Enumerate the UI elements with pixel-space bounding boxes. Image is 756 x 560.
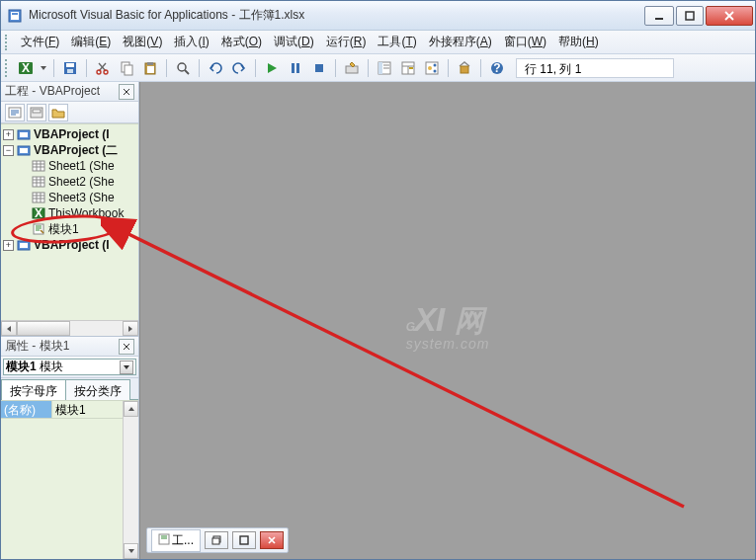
- dropdown-icon[interactable]: [120, 360, 133, 374]
- find-button[interactable]: [172, 57, 194, 79]
- paste-button[interactable]: [139, 57, 161, 79]
- svg-line-5: [725, 12, 733, 20]
- menu-tools[interactable]: 工具(T): [372, 32, 422, 52]
- svg-rect-59: [33, 177, 44, 187]
- toolbar-grip[interactable]: [5, 59, 11, 77]
- svg-line-22: [185, 70, 189, 74]
- svg-point-38: [434, 69, 437, 72]
- object-browser-button[interactable]: [421, 57, 443, 79]
- svg-line-79: [121, 230, 684, 507]
- menu-insert[interactable]: 插入(I): [168, 32, 214, 52]
- view-object-button[interactable]: [27, 104, 46, 121]
- properties-object-selector-row: 模块1 模块: [1, 357, 138, 378]
- property-row[interactable]: (名称) 模块1: [1, 401, 138, 419]
- tree-sheet3[interactable]: Sheet3 (She: [3, 190, 138, 205]
- insert-dropdown[interactable]: [39, 64, 48, 72]
- menu-run[interactable]: 运行(R): [320, 32, 373, 52]
- svg-rect-80: [159, 534, 169, 544]
- toolbox-button[interactable]: [454, 57, 475, 79]
- properties-vscroll[interactable]: [123, 401, 138, 559]
- svg-rect-25: [315, 64, 323, 72]
- tree-label: ThisWorkbook: [48, 205, 124, 221]
- tree-sheet1[interactable]: Sheet1 (She: [3, 158, 138, 174]
- collapse-icon[interactable]: −: [3, 145, 14, 156]
- tab-categorized[interactable]: 按分类序: [65, 379, 130, 400]
- properties-object-selector[interactable]: 模块1 模块: [3, 359, 136, 375]
- svg-rect-69: [33, 208, 44, 218]
- menu-help[interactable]: 帮助(H): [552, 32, 605, 52]
- svg-rect-44: [9, 108, 21, 118]
- tree-label: Sheet3 (She: [48, 190, 115, 205]
- svg-line-86: [269, 537, 275, 543]
- menu-file[interactable]: 文件(F): [15, 32, 65, 52]
- minimize-button[interactable]: [644, 6, 674, 26]
- reset-button[interactable]: [308, 57, 330, 79]
- break-button[interactable]: [285, 57, 306, 79]
- scroll-thumb[interactable]: [17, 321, 70, 336]
- window-buttons: [642, 6, 753, 26]
- scroll-track[interactable]: [124, 417, 138, 543]
- mdi-restore-button[interactable]: [205, 531, 228, 549]
- scroll-track[interactable]: [17, 321, 123, 336]
- svg-text:X: X: [35, 207, 42, 219]
- property-name: (名称): [1, 401, 52, 418]
- tree-project-1[interactable]: + VBAProject (I: [3, 126, 138, 142]
- svg-rect-9: [64, 62, 76, 74]
- svg-rect-24: [296, 63, 299, 73]
- properties-tabs: 按字母序 按分类序: [1, 378, 138, 400]
- svg-line-13: [99, 63, 106, 71]
- left-pane: 工程 - VBAProject + VBAProject (I −: [1, 82, 139, 559]
- menubar-grip[interactable]: [5, 35, 11, 50]
- tree-sheet2[interactable]: Sheet2 (She: [3, 174, 138, 190]
- run-button[interactable]: [261, 57, 283, 79]
- mdi-taskbar-item[interactable]: 工...: [151, 529, 201, 552]
- undo-button[interactable]: [205, 57, 226, 79]
- properties-grid: (名称) 模块1: [1, 400, 138, 559]
- expand-icon[interactable]: +: [3, 129, 14, 140]
- mdi-maximize-button[interactable]: [232, 531, 256, 549]
- menu-addins[interactable]: 外接程序(A): [423, 32, 498, 52]
- menu-view[interactable]: 视图(V): [117, 32, 168, 52]
- project-icon: [16, 127, 32, 141]
- maximize-button[interactable]: [676, 6, 704, 26]
- module-icon: [31, 222, 46, 236]
- properties-pane-close-button[interactable]: [119, 339, 134, 355]
- close-button[interactable]: [706, 6, 753, 26]
- save-button[interactable]: [59, 57, 81, 79]
- cursor-position-field: 行 11, 列 1: [516, 58, 674, 78]
- tree-module1[interactable]: 模块1: [3, 221, 138, 237]
- mdi-taskbar: 工...: [146, 527, 289, 553]
- svg-point-37: [434, 63, 437, 66]
- menu-window[interactable]: 窗口(W): [498, 32, 552, 52]
- mdi-close-button[interactable]: [260, 531, 284, 549]
- design-mode-button[interactable]: [341, 57, 363, 79]
- project-pane-label: 工程 - VBAProject: [5, 83, 119, 100]
- tab-alphabetic[interactable]: 按字母序: [1, 379, 66, 400]
- scroll-left-button[interactable]: [1, 321, 17, 336]
- redo-button[interactable]: [228, 57, 250, 79]
- svg-rect-27: [378, 62, 390, 74]
- project-explorer-button[interactable]: [374, 57, 395, 79]
- svg-line-42: [124, 89, 129, 95]
- help-button[interactable]: ?: [486, 57, 508, 79]
- properties-window-button[interactable]: [397, 57, 419, 79]
- cut-button[interactable]: [92, 57, 114, 79]
- scroll-up-button[interactable]: [124, 401, 138, 417]
- svg-rect-23: [292, 63, 294, 73]
- menu-debug[interactable]: 调试(D): [268, 32, 320, 52]
- scroll-right-button[interactable]: [123, 321, 138, 336]
- menu-edit[interactable]: 编辑(E): [65, 32, 117, 52]
- tree-project-3[interactable]: + VBAProject (I: [3, 237, 138, 253]
- menu-format[interactable]: 格式(O): [215, 32, 268, 52]
- view-code-button[interactable]: [5, 104, 25, 121]
- copy-button[interactable]: [116, 57, 137, 79]
- tree-project-2[interactable]: − VBAProject (二: [3, 142, 138, 158]
- expand-icon[interactable]: +: [3, 240, 14, 251]
- project-pane-close-button[interactable]: [119, 84, 134, 100]
- toggle-folders-button[interactable]: [48, 104, 68, 121]
- view-excel-button[interactable]: X: [15, 57, 37, 79]
- scroll-down-button[interactable]: [124, 543, 138, 559]
- project-tree-hscroll[interactable]: [1, 320, 138, 336]
- svg-rect-49: [33, 110, 41, 113]
- tree-thisworkbook[interactable]: X ThisWorkbook: [3, 205, 138, 221]
